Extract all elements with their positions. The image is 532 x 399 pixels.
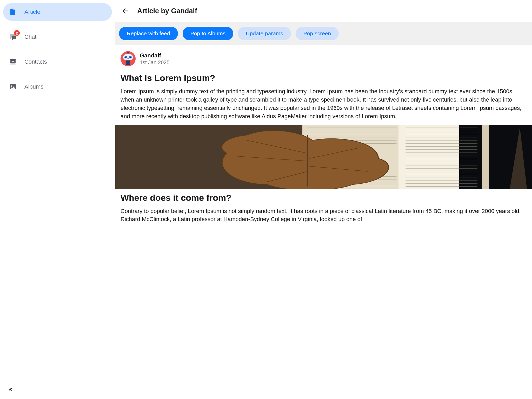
sidebar-item-article[interactable]: Article	[3, 3, 112, 21]
author-name: Gandalf	[140, 52, 170, 59]
chat-badge: 2	[14, 30, 20, 36]
sidebar-item-label: Contacts	[24, 58, 47, 65]
svg-point-4	[125, 57, 126, 58]
svg-rect-44	[482, 125, 489, 189]
svg-rect-8	[126, 61, 130, 61]
pop-to-albums-button[interactable]: Pop to Albums	[183, 27, 233, 40]
author-meta: Gandalf 1st Jan 2025	[140, 52, 170, 65]
section-heading: What is Lorem Ipsum?	[115, 69, 532, 86]
sidebar-item-chat[interactable]: 2 Chat	[3, 28, 112, 46]
sidebar-item-label: Article	[24, 9, 40, 15]
author-row: Gandalf 1st Jan 2025	[115, 51, 532, 69]
back-button[interactable]	[121, 6, 130, 16]
sidebar-item-contacts[interactable]: Contacts	[3, 53, 112, 71]
pop-screen-button[interactable]: Pop screen	[296, 27, 339, 40]
sidebar-items: Article 2 Chat Contacts Albums	[3, 3, 112, 96]
svg-point-5	[130, 57, 131, 58]
article-scroll[interactable]: Gandalf 1st Jan 2025 What is Lorem Ipsum…	[115, 45, 532, 399]
svg-rect-10	[128, 53, 128, 55]
sidebar-item-label: Albums	[24, 83, 43, 90]
sidebar-item-label: Chat	[24, 34, 36, 40]
toolbar: Replace with feed Pop to Albums Update p…	[115, 22, 532, 45]
page-title: Article by Gandalf	[137, 7, 197, 15]
chat-icon: 2	[9, 33, 17, 41]
update-params-button[interactable]: Update params	[238, 27, 291, 40]
sidebar-item-albums[interactable]: Albums	[3, 78, 112, 96]
contact-icon	[9, 58, 17, 66]
author-avatar	[121, 51, 136, 66]
svg-rect-6	[127, 58, 129, 59]
collapse-sidebar-button[interactable]	[6, 385, 16, 394]
topbar: Article by Gandalf	[115, 0, 532, 22]
section-heading: Where does it come from?	[115, 189, 532, 205]
replace-with-feed-button[interactable]: Replace with feed	[119, 27, 178, 40]
section-body: Contrary to popular belief, Lorem Ipsum …	[115, 205, 532, 228]
article-image	[115, 125, 532, 189]
sidebar: Article 2 Chat Contacts Albums	[0, 0, 115, 399]
document-icon	[9, 8, 17, 16]
section-body: Lorem Ipsum is simply dummy text of the …	[115, 86, 532, 125]
author-date: 1st Jan 2025	[140, 59, 170, 65]
image-icon	[9, 83, 17, 91]
main: Article by Gandalf Replace with feed Pop…	[115, 0, 532, 399]
